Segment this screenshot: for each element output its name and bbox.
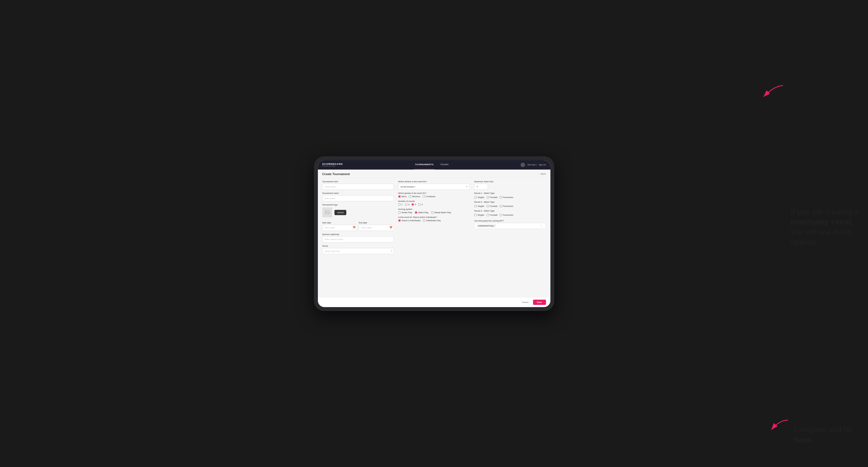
scoring-stroke[interactable]: Stroke Play <box>398 211 412 214</box>
rounds-4-radio[interactable] <box>418 203 421 206</box>
nav-tab-tournaments[interactable]: TOURNAMENTS <box>414 160 435 169</box>
round1-singles[interactable]: Singles <box>474 196 485 198</box>
division-select-wrapper: NCAA Division I <box>398 184 470 190</box>
sponsor-field: Sponsor (optional) <box>322 233 394 243</box>
tournament-logo-field: Tournament logo Upload <box>322 204 394 217</box>
round1-label: Round 1 - Match Type <box>474 192 546 194</box>
round3-fourball-radio[interactable] <box>487 214 489 216</box>
division-select[interactable]: NCAA Division I <box>398 184 470 190</box>
rounds-1-label: 1 <box>402 203 403 206</box>
end-date-wrapper: 📅 <box>359 224 394 231</box>
gender-womens-radio[interactable] <box>409 195 411 198</box>
gender-mens[interactable]: Mens <box>398 195 406 198</box>
logo-placeholder <box>322 208 332 217</box>
teams-plus[interactable]: Teams (+Individuals) <box>398 219 421 222</box>
scoring-stroke-radio[interactable] <box>398 211 401 214</box>
logo-upload-area: Upload <box>322 208 394 217</box>
round2-fourball[interactable]: Fourball <box>487 205 497 208</box>
back-link[interactable]: ← Back <box>538 173 546 175</box>
avatar <box>521 163 525 167</box>
rounds-2-label: 2 <box>408 203 409 206</box>
signout-link[interactable]: Sign out <box>539 164 546 166</box>
round3-foursomes[interactable]: Foursomes <box>500 214 514 216</box>
api-tag-text: Leaderboard King <box>478 225 493 227</box>
venue-input[interactable] <box>322 248 394 254</box>
division-label: Which division is the event for? <box>398 180 470 183</box>
round3-singles[interactable]: Singles <box>474 214 485 216</box>
sponsor-label: Sponsor (optional) <box>322 233 394 236</box>
annotation-save: Complete and hit Save. <box>794 425 854 445</box>
date-row: Start date 📅 End date 📅 <box>322 220 394 231</box>
gender-radio-group: Mens Womens Combined <box>398 195 470 198</box>
calendar-icon-2: 📅 <box>390 226 393 229</box>
tournament-name-input[interactable] <box>322 195 394 201</box>
round2-fourball-label: Fourball <box>490 205 497 208</box>
gender-combined-radio[interactable] <box>423 195 425 198</box>
tournament-host-input[interactable] <box>322 184 394 190</box>
round2-singles[interactable]: Singles <box>474 205 485 208</box>
round2-fourball-radio[interactable] <box>487 205 489 208</box>
arrow-save <box>766 417 794 434</box>
round2-singles-radio[interactable] <box>474 205 477 208</box>
teams-radio-group: Teams (+Individuals) Individuals Only <box>398 219 470 222</box>
round2-foursomes-label: Foursomes <box>503 205 514 208</box>
individuals-only-label: Individuals Only <box>426 219 441 222</box>
tablet-screen: SCOREBOARD Powered by clippt TOURNAMENTS… <box>318 160 550 307</box>
round1-fourball[interactable]: Fourball <box>487 196 497 198</box>
round1-foursomes-radio[interactable] <box>500 196 502 198</box>
end-date-input[interactable] <box>359 225 394 231</box>
save-button[interactable]: Save <box>533 300 546 305</box>
rounds-2-radio[interactable] <box>405 203 407 206</box>
gender-combined[interactable]: Combined <box>423 195 435 198</box>
round1-fourball-radio[interactable] <box>487 196 489 198</box>
rounds-4[interactable]: 4 <box>418 203 423 206</box>
scoring-medal-radio[interactable] <box>431 211 434 214</box>
powered-by: Powered by clippt <box>322 165 343 167</box>
scoring-label: Scoring system <box>398 208 470 211</box>
individuals-only-radio[interactable] <box>423 219 425 222</box>
round2-foursomes[interactable]: Foursomes <box>500 205 514 208</box>
teams-plus-radio[interactable] <box>398 219 401 222</box>
scoring-stroke-label: Stroke Play <box>402 211 412 214</box>
scoring-medal[interactable]: Medal Match Play <box>431 211 451 214</box>
rounds-2[interactable]: 2 <box>405 203 409 206</box>
tournament-host-field: Tournament Host <box>322 180 394 190</box>
venue-label: Venue <box>322 245 394 247</box>
start-date-input[interactable] <box>322 225 358 231</box>
gender-combined-label: Combined <box>426 195 435 198</box>
left-column: Tournament Host Tournament name Tourname… <box>322 180 394 294</box>
gender-womens-label: Womens <box>412 195 420 198</box>
gender-womens[interactable]: Womens <box>409 195 420 198</box>
teams-field: Is this event for Teams and/or Individua… <box>398 216 470 222</box>
api-select-wrapper[interactable]: Leaderboard King × ⌃⌄ <box>474 223 546 229</box>
teams-plus-label: Teams (+Individuals) <box>402 219 421 222</box>
round3-fourball[interactable]: Fourball <box>487 214 497 216</box>
round3-match-type: Round 3 - Match Type Singles Fourball <box>474 210 546 216</box>
api-label: Use third-party live scoring API? <box>474 220 546 222</box>
upload-button[interactable]: Upload <box>335 210 347 215</box>
cancel-button[interactable]: Cancel <box>520 300 531 305</box>
max-team-size-input[interactable] <box>474 184 488 190</box>
rounds-3-radio[interactable] <box>411 203 414 206</box>
round3-singles-radio[interactable] <box>474 214 477 216</box>
round1-foursomes-label: Foursomes <box>503 196 514 198</box>
individuals-only[interactable]: Individuals Only <box>423 219 441 222</box>
nav-tab-teams[interactable]: TEAMS <box>439 160 450 169</box>
scoring-match[interactable]: Match Play <box>415 211 428 214</box>
gender-mens-radio[interactable] <box>398 195 401 198</box>
round1-foursomes[interactable]: Foursomes <box>500 196 514 198</box>
round3-foursomes-label: Foursomes <box>503 214 514 216</box>
scoring-match-radio[interactable] <box>415 211 417 214</box>
max-team-size-field: Maximum Team Size <box>474 180 546 190</box>
round3-foursomes-radio[interactable] <box>500 214 502 216</box>
rounds-1-radio[interactable] <box>398 203 401 206</box>
round1-singles-radio[interactable] <box>474 196 477 198</box>
rounds-3[interactable]: 3 <box>411 203 416 206</box>
end-date-group: End date 📅 <box>359 220 394 231</box>
gender-field: Which gender is the event for? Mens Wome… <box>398 192 470 198</box>
sponsor-input[interactable] <box>322 237 394 243</box>
api-arrows-icon: ⌃⌄ <box>539 224 544 227</box>
round2-foursomes-radio[interactable] <box>500 205 502 208</box>
api-remove-icon[interactable]: × <box>494 224 495 227</box>
rounds-1[interactable]: 1 <box>398 203 403 206</box>
